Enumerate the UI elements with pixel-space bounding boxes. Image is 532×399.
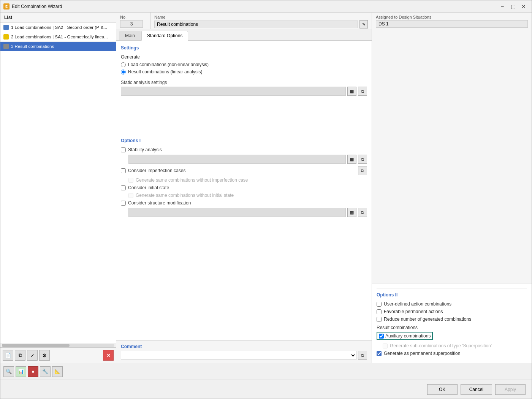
generate-label: Generate	[121, 54, 367, 60]
list-item[interactable]: 2 Load combinations | SA1 - Geometricall…	[0, 32, 116, 42]
tab-standard-options[interactable]: Standard Options	[141, 31, 188, 41]
stability-row: Stability analysis	[121, 147, 367, 152]
imperfection-checkbox[interactable]	[121, 168, 126, 173]
comment-select[interactable]	[121, 351, 356, 360]
user-defined-label[interactable]: User-defined action combinations	[384, 301, 451, 307]
comment-section: Comment ⧉	[116, 340, 372, 363]
comment-label: Comment	[121, 344, 367, 349]
auxiliary-checkbox[interactable]	[379, 334, 384, 339]
scrollbar-track[interactable]	[2, 344, 114, 347]
new-item-button[interactable]: 📄	[3, 350, 13, 361]
static-copy-button[interactable]: ⧉	[358, 87, 367, 96]
struct-copy-button[interactable]: ⧉	[358, 208, 367, 217]
imperfection-copy-button[interactable]: ⧉	[358, 166, 367, 175]
radio-load-label[interactable]: Load combinations (non-linear analysis)	[128, 62, 209, 67]
gen-without-initial-label: Generate same combinations without initi…	[136, 193, 234, 198]
list-item[interactable]: 1 Load combinations | SA2 - Second-order…	[0, 23, 116, 32]
structure-mod-row: Consider structure modification	[121, 200, 367, 206]
stability-table-button[interactable]: ▦	[347, 155, 356, 164]
bottom-tool-5[interactable]: 📐	[52, 366, 63, 377]
favorable-checkbox[interactable]	[377, 309, 382, 314]
imperfection-label[interactable]: Consider imperfection cases	[128, 168, 185, 173]
radio-result-label[interactable]: Result combinations (linear analysis)	[128, 69, 202, 74]
left-panel-toolbar: 📄 ⧉ ✓ ⚙ ✕	[0, 347, 116, 363]
info-bar: No. 3 Name ✎ Assigned to Design Situatio…	[116, 13, 532, 29]
result-combinations-label: Result combinations	[377, 325, 527, 330]
initial-state-label[interactable]: Consider initial state	[128, 185, 169, 190]
imperfection-row: Consider imperfection cases ⧉	[121, 166, 367, 175]
list-item-selected[interactable]: 3 Result combinations	[0, 42, 116, 51]
radio-load-input[interactable]	[121, 62, 126, 67]
maximize-button[interactable]: ▢	[508, 2, 518, 11]
bottom-tool-1[interactable]: 🔍	[3, 366, 14, 377]
assigned-value: DS 1	[376, 20, 528, 28]
settings-title: Settings	[121, 45, 367, 51]
permanent-superposition-row: Generate as permanent superposition	[377, 351, 527, 356]
structure-mod-label[interactable]: Consider structure modification	[128, 200, 191, 206]
gen-without-initial-row: Generate same combinations without initi…	[121, 193, 367, 198]
list-item-icon-yellow	[3, 34, 9, 40]
edit-name-button[interactable]: ✎	[359, 20, 368, 28]
close-button[interactable]: ✕	[519, 2, 529, 11]
copy-item-button[interactable]: ⧉	[15, 350, 25, 361]
static-table-button[interactable]: ▦	[347, 87, 356, 96]
reduce-label[interactable]: Reduce number of generated combinations	[384, 317, 471, 322]
structure-mod-checkbox[interactable]	[121, 201, 126, 206]
permanent-superposition-label[interactable]: Generate as permanent superposition	[384, 351, 460, 356]
right-panel: No. 3 Name ✎ Assigned to Design Situatio…	[116, 13, 532, 363]
settings-button[interactable]: ⚙	[39, 350, 50, 361]
tab-content: Settings Generate Load combinations (non…	[116, 41, 372, 340]
comment-copy-button[interactable]: ⧉	[358, 351, 367, 360]
options1-title: Options I	[121, 134, 367, 143]
tab-main[interactable]: Main	[119, 31, 141, 40]
left-panel: List 1 Load combinations | SA2 - Second-…	[0, 13, 116, 363]
auxiliary-label[interactable]: Auxiliary combinations	[385, 333, 431, 339]
titlebar-controls: − ▢ ✕	[497, 2, 529, 11]
bottom-tool-4[interactable]: 🔧	[40, 366, 51, 377]
reduce-checkbox[interactable]	[377, 317, 382, 322]
footer: OK Cancel Apply	[0, 380, 532, 399]
check-button[interactable]: ✓	[27, 350, 38, 361]
radio-result-input[interactable]	[121, 70, 126, 74]
right-content-top	[372, 29, 532, 283]
favorable-label[interactable]: Favorable permanent actions	[384, 309, 443, 314]
minimize-button[interactable]: −	[497, 2, 507, 11]
comment-input-row: ⧉	[121, 351, 367, 360]
sub-combinations-row: Generate sub-combinations of type 'Super…	[377, 343, 527, 348]
structure-mod-input[interactable]	[128, 208, 346, 217]
list-item-icon-gray	[3, 44, 9, 49]
favorable-row: Favorable permanent actions	[377, 309, 527, 314]
stability-label[interactable]: Stability analysis	[128, 147, 162, 152]
gen-without-imperfection-checkbox[interactable]	[128, 178, 133, 183]
stability-copy-button[interactable]: ⧉	[358, 155, 367, 164]
titlebar: E Edit Combination Wizard − ▢ ✕	[0, 0, 532, 13]
bottom-tool-3[interactable]: ■	[28, 366, 38, 377]
delete-button[interactable]: ✕	[103, 350, 114, 361]
stability-input[interactable]	[128, 155, 346, 164]
user-defined-checkbox[interactable]	[377, 302, 382, 307]
bottom-tool-2[interactable]: 📊	[16, 366, 26, 377]
name-input[interactable]	[154, 21, 358, 28]
static-analysis-input[interactable]	[121, 87, 346, 96]
user-defined-row: User-defined action combinations	[377, 301, 527, 307]
name-section: Name ✎	[150, 13, 372, 29]
list-item-text: 1 Load combinations | SA2 - Second-order…	[11, 25, 107, 30]
stability-checkbox[interactable]	[121, 147, 126, 152]
ok-button[interactable]: OK	[427, 384, 458, 395]
gen-without-initial-checkbox[interactable]	[128, 193, 133, 198]
initial-state-checkbox[interactable]	[121, 185, 126, 190]
assigned-section: Assigned to Design Situations DS 1	[372, 13, 532, 29]
struct-table-button[interactable]: ▦	[347, 208, 356, 217]
permanent-superposition-checkbox[interactable]	[377, 351, 382, 356]
radio-load-combinations: Load combinations (non-linear analysis)	[121, 62, 367, 67]
sub-combinations-checkbox[interactable]	[383, 344, 388, 348]
auxiliary-highlight-box: Auxiliary combinations	[377, 332, 433, 340]
name-row: ✎	[154, 20, 368, 28]
cancel-button[interactable]: Cancel	[461, 384, 492, 395]
structure-mod-input-row: ▦ ⧉	[121, 208, 367, 217]
main-window: E Edit Combination Wizard − ▢ ✕ List 1 L…	[0, 0, 532, 399]
apply-button[interactable]: Apply	[495, 384, 526, 395]
no-value: 3	[120, 20, 143, 28]
scrollbar-thumb	[2, 344, 70, 347]
window-title: Edit Combination Wizard	[12, 4, 495, 9]
